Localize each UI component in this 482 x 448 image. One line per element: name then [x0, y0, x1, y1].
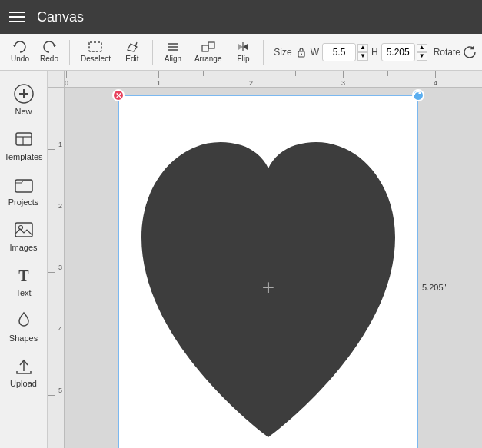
- sidebar-item-label: Templates: [4, 152, 42, 161]
- rotate-icon: [464, 46, 476, 58]
- lock-icon[interactable]: [295, 46, 307, 58]
- sidebar-item-label: Images: [9, 243, 37, 252]
- sidebar-item-text[interactable]: T Text: [0, 258, 47, 304]
- top-bar: Canvas: [0, 0, 482, 34]
- rotate-handle-icon: [414, 91, 422, 99]
- heart-shape: [126, 107, 411, 448]
- flip-button[interactable]: Flip: [229, 38, 257, 66]
- undo-button[interactable]: Undo: [6, 38, 34, 66]
- undo-redo-group: Undo Redo: [6, 38, 63, 66]
- projects-icon: [13, 174, 35, 195]
- deselect-button[interactable]: Deselect: [76, 38, 115, 66]
- sidebar-item-images[interactable]: Images: [0, 213, 47, 258]
- width-up[interactable]: ▲: [357, 44, 368, 52]
- svg-point-17: [18, 226, 22, 230]
- images-icon: [13, 219, 35, 241]
- sidebar-item-projects[interactable]: Projects: [0, 168, 47, 213]
- width-input[interactable]: [322, 43, 356, 61]
- sidebar-item-upload[interactable]: Upload: [0, 349, 47, 394]
- ruler-left: 0 1 2 3 4 5 6: [48, 88, 65, 448]
- plus-icon: [13, 83, 35, 105]
- sep3: [263, 40, 264, 65]
- size-group: Size W ▲ ▼ H ▲ ▼ Rotate: [274, 43, 476, 61]
- sidebar-item-label: New: [15, 107, 32, 116]
- svg-rect-0: [89, 42, 101, 51]
- edit-button[interactable]: Edit: [118, 38, 146, 66]
- dimension-right: 5.205": [422, 283, 482, 292]
- heart-container[interactable]: +: [118, 95, 418, 448]
- sidebar-item-label: Text: [15, 288, 31, 297]
- handle-top-left[interactable]: ✕: [112, 89, 125, 101]
- sidebar-item-label: Upload: [10, 379, 37, 388]
- sidebar-item-label: Projects: [8, 197, 39, 207]
- sidebar-item-templates[interactable]: Templates: [0, 122, 47, 168]
- hamburger-menu[interactable]: [9, 12, 25, 22]
- app-title: Canvas: [37, 9, 84, 25]
- templates-icon: [13, 128, 35, 150]
- sidebar-item-shapes[interactable]: Shapes: [0, 304, 47, 349]
- sep2: [152, 40, 153, 65]
- text-icon: T: [13, 264, 35, 286]
- svg-text:T: T: [18, 267, 29, 284]
- height-input[interactable]: [381, 43, 415, 61]
- sidebar: New Templates Projects: [0, 71, 48, 448]
- width-down[interactable]: ▼: [357, 52, 368, 61]
- svg-rect-12: [16, 133, 32, 145]
- arrange-button[interactable]: Arrange: [190, 38, 227, 66]
- main-layout: New Templates Projects: [0, 71, 482, 448]
- canvas-area[interactable]: 0 1 2 3 4 0 1 2 3 4 5 6: [48, 71, 482, 448]
- shapes-icon: [13, 310, 35, 331]
- height-input-wrap: ▲ ▼: [381, 43, 427, 61]
- close-icon: ✕: [115, 91, 121, 100]
- svg-rect-6: [208, 42, 214, 48]
- ruler-corner: [48, 71, 65, 88]
- toolbar: Undo Redo Deselect Edit Align Arrange Fl…: [0, 34, 482, 71]
- svg-rect-5: [202, 45, 208, 51]
- handle-top-right[interactable]: [412, 89, 424, 101]
- height-up[interactable]: ▲: [417, 44, 427, 52]
- svg-rect-15: [15, 180, 32, 192]
- svg-rect-16: [15, 223, 32, 237]
- svg-point-8: [301, 53, 302, 55]
- width-input-wrap: ▲ ▼: [322, 43, 368, 61]
- sidebar-item-new[interactable]: New: [0, 77, 47, 122]
- upload-icon: [13, 355, 35, 377]
- height-spinner: ▲ ▼: [417, 44, 427, 61]
- width-spinner: ▲ ▼: [357, 44, 368, 61]
- ruler-top: 0 1 2 3 4: [65, 71, 482, 88]
- redo-button[interactable]: Redo: [35, 38, 63, 66]
- align-button[interactable]: Align: [159, 38, 187, 66]
- height-down[interactable]: ▼: [417, 52, 427, 61]
- canvas-viewport: + 5.5" 5.205" ✕: [65, 88, 482, 448]
- sidebar-item-label: Shapes: [9, 334, 38, 343]
- sep1: [69, 40, 70, 65]
